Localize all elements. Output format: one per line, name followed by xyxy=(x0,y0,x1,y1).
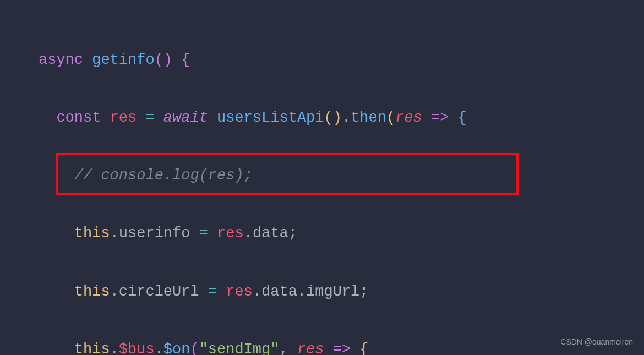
semicolon: ; xyxy=(359,283,368,300)
dot: . xyxy=(244,225,253,242)
keyword-this: this xyxy=(74,341,110,355)
brace: { xyxy=(458,110,467,126)
keyword-async: async xyxy=(39,52,83,68)
identifier: res xyxy=(217,225,244,242)
property: circleUrl xyxy=(119,283,199,300)
keyword-await: await xyxy=(163,110,208,126)
code-line: const res = await usersListApi().then(re… xyxy=(39,103,641,133)
param: res xyxy=(297,341,324,355)
brace: { xyxy=(359,341,368,355)
semicolon: ; xyxy=(288,225,297,242)
code-line: // console.log(res); xyxy=(39,161,641,190)
code-line: this.circleUrl = res.data.imgUrl; xyxy=(39,277,641,307)
string-literal: "sendImg" xyxy=(199,341,280,355)
comment: // console.log(res); xyxy=(74,167,253,184)
paren: () xyxy=(324,110,342,126)
operator: = xyxy=(190,225,217,242)
keyword-this: this xyxy=(74,225,110,242)
keyword-this: this xyxy=(74,283,110,300)
property: data xyxy=(253,225,288,242)
code-line: this.userinfo = res.data; xyxy=(39,219,641,248)
paren: ) xyxy=(163,52,172,68)
property: imgUrl xyxy=(306,283,359,300)
brace: { xyxy=(172,52,190,68)
method-call: $on xyxy=(163,341,190,355)
identifier: res xyxy=(226,283,253,300)
comma: , xyxy=(279,341,297,355)
arrow: => xyxy=(422,110,458,126)
method-call: then xyxy=(351,110,386,126)
keyword-const: const xyxy=(56,110,101,126)
dot: . xyxy=(342,110,351,126)
property: data xyxy=(261,283,297,300)
paren: ( xyxy=(155,52,163,68)
operator: = xyxy=(137,110,163,126)
property: userinfo xyxy=(119,225,190,242)
param: res xyxy=(395,110,422,126)
watermark-text: CSDN @quanmeiren xyxy=(560,335,633,349)
function-name: getinfo xyxy=(92,52,154,68)
dot: . xyxy=(110,225,119,242)
operator: = xyxy=(199,283,226,300)
paren: ( xyxy=(386,110,395,126)
code-editor: async getinfo() { const res = await user… xyxy=(3,17,641,355)
function-call: usersListApi xyxy=(217,110,324,126)
property: $bus xyxy=(119,341,155,355)
dot: . xyxy=(155,341,163,355)
dot: . xyxy=(110,341,119,355)
code-line: async getinfo() { xyxy=(39,46,641,75)
dot: . xyxy=(297,283,306,300)
dot: . xyxy=(253,283,261,300)
code-line: this.$bus.$on("sendImg", res => { xyxy=(39,335,641,355)
identifier: res xyxy=(110,110,137,126)
arrow: => xyxy=(324,341,360,355)
paren: ( xyxy=(190,341,199,355)
dot: . xyxy=(110,283,119,300)
